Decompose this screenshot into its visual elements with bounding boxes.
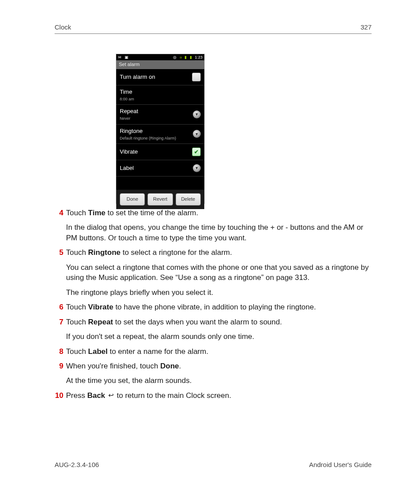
checkbox-checked-icon[interactable]: [192, 147, 201, 156]
signal-icon: ▮: [184, 55, 187, 59]
row-label: Ringtone: [120, 127, 176, 135]
target-icon: ◎: [173, 55, 177, 59]
chevron-down-icon[interactable]: ▾: [193, 130, 201, 138]
chevron-down-icon[interactable]: ▾: [193, 110, 201, 118]
row-ringtone[interactable]: Ringtone Default ringtone (Ringing Alarm…: [116, 125, 204, 144]
status-right-icons: ◎ ⍟ ▮ ▮ 1:23: [171, 55, 203, 60]
step-number: 7: [53, 317, 63, 327]
phone-status-bar: ✉ ▣ ◎ ⍟ ▮ ▮ 1:23: [116, 54, 204, 60]
step-line: Touch Vibrate to have the phone vibrate,…: [66, 302, 372, 312]
row-label[interactable]: Label ▾: [116, 160, 204, 177]
status-time: 1:23: [195, 55, 203, 59]
step-8: 8 Touch Label to enter a name for the al…: [55, 346, 372, 357]
step-number: 5: [53, 247, 63, 258]
page-header: Clock 327: [0, 23, 420, 32]
footer-left: AUG-2.3.4-106: [55, 460, 99, 470]
instruction-list: 4 Touch Time to set the time of the alar…: [55, 208, 372, 405]
status-left-icons: ✉ ▣: [118, 55, 130, 60]
step-detail: The ringtone plays briefly when you sele…: [66, 287, 372, 298]
row-sub: Default ringtone (Ringing Alarm): [120, 136, 176, 141]
done-button[interactable]: Done: [120, 193, 145, 206]
step-number: 6: [53, 302, 63, 312]
window-icon: ▣: [125, 55, 129, 59]
checkbox-icon[interactable]: [192, 73, 201, 81]
step-number: 10: [53, 390, 63, 401]
row-sub: Never: [120, 116, 138, 121]
row-repeat[interactable]: Repeat Never ▾: [116, 105, 204, 124]
back-icon: ↩: [108, 391, 114, 400]
revert-button[interactable]: Revert: [147, 193, 173, 206]
section-title: Clock: [55, 23, 71, 32]
step-4: 4 Touch Time to set the time of the alar…: [55, 208, 372, 243]
step-5: 5 Touch Ringtone to select a ringtone fo…: [55, 247, 372, 298]
row-time[interactable]: Time 8:00 am: [116, 85, 204, 105]
step-number: 4: [53, 208, 63, 218]
row-label: Turn alarm on: [120, 73, 155, 81]
step-10: 10 Press Back ↩ to return to the main Cl…: [55, 390, 372, 401]
row-label: Repeat: [120, 107, 138, 115]
step-9: 9 When you're finished, touch Done. At t…: [55, 361, 372, 386]
step-line: Touch Time to set the time of the alarm.: [66, 208, 372, 218]
step-7: 7 Touch Repeat to set the days when you …: [55, 317, 372, 342]
header-rule: [55, 33, 372, 34]
mail-icon: ✉: [118, 55, 122, 59]
step-line: Touch Ringtone to select a ringtone for …: [66, 247, 372, 258]
delete-button[interactable]: Delete: [176, 193, 201, 206]
phone-button-bar: Done Revert Delete: [116, 190, 204, 209]
phone-settings-list: Turn alarm on Time 8:00 am Repeat Never …: [116, 69, 204, 177]
battery-icon: ▮: [190, 55, 192, 59]
page-number: 327: [361, 23, 372, 32]
footer-right: Android User's Guide: [309, 460, 372, 470]
step-line: Touch Label to enter a name for the alar…: [66, 346, 372, 357]
phone-empty-area: [116, 177, 204, 190]
step-detail: In the dialog that opens, you change the…: [66, 222, 372, 243]
row-label: Time: [120, 88, 134, 96]
android-icon: ⍟: [180, 55, 182, 59]
step-line: When you're finished, touch Done.: [66, 361, 372, 371]
step-6: 6 Touch Vibrate to have the phone vibrat…: [55, 302, 372, 312]
phone-screenshot: ✉ ▣ ◎ ⍟ ▮ ▮ 1:23 Set alarm Turn alarm on…: [116, 54, 205, 204]
step-detail: At the time you set, the alarm sounds.: [66, 375, 372, 386]
step-detail: If you don't set a repeat, the alarm sou…: [66, 331, 372, 342]
page-footer: AUG-2.3.4-106 Android User's Guide: [0, 460, 420, 470]
step-line: Press Back ↩ to return to the main Clock…: [66, 390, 372, 401]
step-detail: You can select a ringtone that comes wit…: [66, 262, 372, 283]
row-label: Vibrate: [120, 148, 138, 156]
chevron-down-icon[interactable]: ▾: [193, 164, 201, 172]
row-vibrate[interactable]: Vibrate: [116, 144, 204, 160]
step-line: Touch Repeat to set the days when you wa…: [66, 317, 372, 327]
step-number: 9: [53, 361, 63, 371]
row-turn-alarm-on[interactable]: Turn alarm on: [116, 69, 204, 85]
row-sub: 8:00 am: [120, 96, 134, 102]
step-number: 8: [53, 346, 63, 357]
phone-screen-title: Set alarm: [116, 60, 204, 69]
row-label: Label: [120, 164, 134, 172]
